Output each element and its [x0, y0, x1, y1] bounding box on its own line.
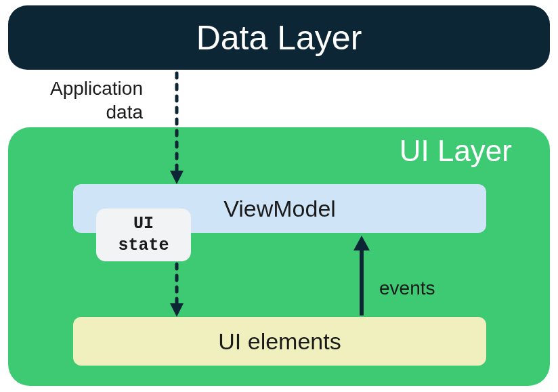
ui-elements-label: UI elements	[218, 328, 341, 355]
viewmodel-label: ViewModel	[223, 196, 336, 222]
ui-state-box: UIstate	[96, 209, 191, 261]
ui-layer-label: UI Layer	[400, 134, 512, 168]
ui-elements-box: UI elements	[73, 317, 486, 366]
data-layer-box: Data Layer	[8, 5, 550, 70]
ui-state-label: UIstate	[118, 213, 169, 257]
application-data-label: Applicationdata	[50, 77, 143, 124]
events-label: events	[379, 278, 435, 299]
data-layer-label: Data Layer	[196, 18, 362, 58]
